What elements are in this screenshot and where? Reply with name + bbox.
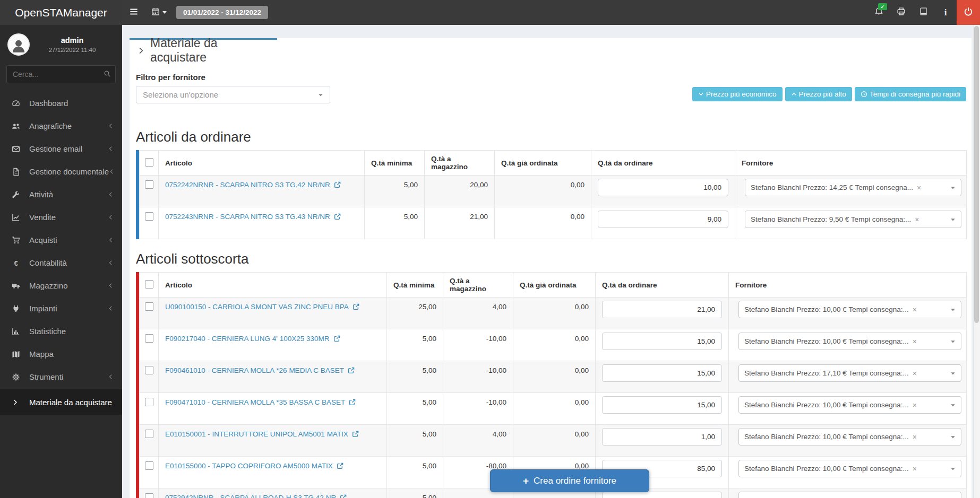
select-all-checkbox[interactable] xyxy=(145,280,153,289)
supplier-filter-select[interactable]: Seleziona un'opzione xyxy=(136,86,330,103)
sidebar-item-vendite[interactable]: Vendite xyxy=(0,206,122,229)
row-checkbox[interactable] xyxy=(145,493,153,498)
qta-minima-cell: 5,00 xyxy=(387,425,443,457)
vertical-scrollbar[interactable] xyxy=(973,25,980,498)
sidebar-item-gestione-documentale[interactable]: Gestione documentale xyxy=(0,160,122,183)
scrollbar-thumb[interactable] xyxy=(974,26,979,323)
article-link[interactable]: 0752243NRNR - SCARPA NITRO S3 TG.43 NR/N… xyxy=(165,213,341,221)
sidebar-item-anagrafiche[interactable]: Anagrafiche xyxy=(0,115,122,137)
chevron-left-icon xyxy=(108,283,114,289)
qta-da-ordinare-input[interactable] xyxy=(602,301,722,318)
external-link-icon xyxy=(333,335,340,342)
row-checkbox[interactable] xyxy=(145,212,153,221)
period-picker-button[interactable] xyxy=(145,0,172,25)
fornitore-select[interactable]: Stefano Bianchi Prezzo: 10,00 € Tempi co… xyxy=(738,428,961,445)
row-checkbox[interactable] xyxy=(145,334,153,343)
table-row: F090471010 - CERNIERA MOLLA *35 BASSA C … xyxy=(140,393,967,425)
fornitore-select[interactable]: Stefano Bianchi Prezzo: 9,50 € Tempi con… xyxy=(745,211,961,228)
row-checkbox[interactable] xyxy=(145,180,153,189)
fornitore-select[interactable]: Stefano Bianchi Prezzo: 14,25 € Tempi co… xyxy=(745,179,961,196)
fornitore-select[interactable]: Stefano Bianchi Prezzo: 10,00 € Tempi co… xyxy=(738,333,961,350)
fornitore-select[interactable]: Stefano Bianchi Prezzo: 10,00 € Tempi co… xyxy=(738,301,961,318)
sidebar-item-gestione-email[interactable]: Gestione email xyxy=(0,137,122,160)
article-link[interactable]: 0752242NRNR - SCARPA NITRO S3 TG.42 NR/N… xyxy=(165,181,341,189)
chevron-down-icon xyxy=(947,307,956,312)
external-link-icon xyxy=(353,303,359,310)
sidebar-item-materiale-da-acquistare[interactable]: Materiale da acquistare xyxy=(0,389,122,415)
article-link[interactable]: F090217040 - CERNIERA LUNG 4' 100X25 330… xyxy=(165,335,340,343)
fornitore-select[interactable]: Stefano Bianchi Prezzo: 10,00 € Tempi co… xyxy=(738,460,961,477)
clear-icon[interactable]: × xyxy=(913,433,917,441)
fornitore-select[interactable]: Stefano Bianchi Prezzo: 17,10 € Tempi co… xyxy=(738,364,961,382)
fornitore-select[interactable]: Stefano Bianchi Prezzo: 10,00 € Tempi co… xyxy=(738,492,961,498)
sidebar-item-label: Contabilità xyxy=(29,258,67,267)
clear-icon[interactable]: × xyxy=(917,184,921,192)
notifications-button[interactable]: ✓ xyxy=(867,0,890,25)
sidebar-toggle-button[interactable] xyxy=(122,0,145,25)
qta-minima-cell: 5,00 xyxy=(387,393,443,425)
qta-da-ordinare-input[interactable] xyxy=(602,492,722,498)
tab-materiale-da-acquistare[interactable]: Materiale da acquistare xyxy=(130,38,277,61)
print-button[interactable] xyxy=(890,0,912,25)
sidebar-item-attivit[interactable]: Attività xyxy=(0,183,122,206)
create-supplier-order-button[interactable]: + Crea ordine fornitore xyxy=(490,469,649,492)
fornitore-value: Stefano Bianchi Prezzo: 10,00 € Tempi co… xyxy=(744,433,909,441)
article-link[interactable]: E010155000 - TAPPO COPRIFORO AM5000 MATI… xyxy=(165,462,343,470)
qta-da-ordinare-input[interactable] xyxy=(602,396,722,414)
sort-button-prezzo-pi-alto[interactable]: Prezzo più alto xyxy=(785,87,852,101)
qta-da-ordinare-input[interactable] xyxy=(602,333,722,350)
row-checkbox[interactable] xyxy=(145,430,153,438)
article-link[interactable]: U090100150 - CARRIOLA SMONT VAS ZINC PNE… xyxy=(165,303,359,311)
fornitore-value: Stefano Bianchi Prezzo: 10,00 € Tempi co… xyxy=(744,401,909,409)
docs-button[interactable] xyxy=(912,0,934,25)
search-icon[interactable] xyxy=(104,70,111,80)
article-link[interactable]: F090471010 - CERNIERA MOLLA *35 BASSA C … xyxy=(165,398,356,406)
sidebar-item-contabilit[interactable]: €Contabilità xyxy=(0,251,122,274)
login-datetime: 27/12/2022 11:40 xyxy=(30,47,115,53)
sidebar-item-magazzino[interactable]: Magazzino xyxy=(0,274,122,297)
clear-icon[interactable]: × xyxy=(913,465,917,473)
fornitore-select[interactable]: Stefano Bianchi Prezzo: 10,00 € Tempi co… xyxy=(738,396,961,414)
sidebar-item-statistiche[interactable]: Statistiche xyxy=(0,320,122,343)
row-checkbox[interactable] xyxy=(145,366,153,374)
article-link[interactable]: F090461010 - CERNIERA MOLLA *26 MEDIA C … xyxy=(165,366,355,374)
sidebar-item-acquisti[interactable]: Acquisti xyxy=(0,229,122,251)
chevron-down-icon xyxy=(162,11,167,14)
qta-da-ordinare-input[interactable] xyxy=(602,428,722,445)
qta-magazzino-cell: -10,00 xyxy=(443,361,513,393)
row-checkbox[interactable] xyxy=(145,398,153,406)
notifications-ok-badge: ✓ xyxy=(878,3,887,10)
qta-ordinata-cell: 0,00 xyxy=(495,176,591,207)
article-link[interactable]: 0752942NRNR - SCARPA ALLROAD-H S3 TG 42 … xyxy=(165,494,347,498)
select-all-checkbox[interactable] xyxy=(145,158,153,167)
power-icon xyxy=(964,7,973,19)
clear-icon[interactable]: × xyxy=(913,496,917,498)
clear-icon[interactable]: × xyxy=(913,305,917,314)
qta-da-ordinare-input[interactable] xyxy=(598,179,728,196)
qta-da-ordinare-input[interactable] xyxy=(602,364,722,382)
row-checkbox[interactable] xyxy=(145,461,153,470)
qta-da-ordinare-input[interactable] xyxy=(598,211,728,228)
qta-magazzino-cell: -10,00 xyxy=(443,393,513,425)
chevron-left-icon xyxy=(108,123,114,129)
column-header-fornitore: Fornitore xyxy=(735,151,967,176)
gear-icon xyxy=(12,373,22,381)
logout-button[interactable] xyxy=(957,0,980,25)
fornitore-value: Stefano Bianchi Prezzo: 14,25 € Tempi co… xyxy=(751,184,913,191)
clear-icon[interactable]: × xyxy=(913,369,917,378)
search-input[interactable] xyxy=(6,65,116,83)
sidebar-item-strumenti[interactable]: Strumenti xyxy=(0,365,122,388)
clear-icon[interactable]: × xyxy=(913,401,917,409)
clear-icon[interactable]: × xyxy=(915,215,919,224)
sidebar-item-dashboard[interactable]: Dashboard xyxy=(0,92,122,115)
clear-icon[interactable]: × xyxy=(913,337,917,346)
article-link[interactable]: E010150001 - INTERRUTTORE UNIPOL AM5001 … xyxy=(165,430,359,438)
date-range[interactable]: 01/01/2022 - 31/12/2022 xyxy=(176,6,268,19)
sidebar-item-impianti[interactable]: Impianti xyxy=(0,297,122,320)
row-checkbox[interactable] xyxy=(145,302,153,311)
sort-button-prezzo-pi-economico[interactable]: Prezzo più economico xyxy=(692,87,783,101)
sidebar-item-mappa[interactable]: Mappa xyxy=(0,343,122,365)
sort-button-tempi-di-consegna-pi-rapidi[interactable]: Tempi di consegna più rapidi xyxy=(855,87,966,101)
envelope-icon xyxy=(12,145,22,153)
info-button[interactable]: i xyxy=(934,0,957,25)
